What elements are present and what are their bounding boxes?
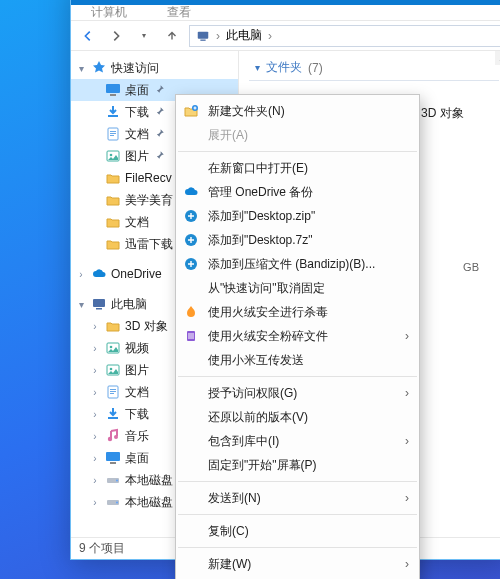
status-item-count: 9 个项目	[79, 540, 125, 557]
context-menu-separator	[178, 481, 417, 482]
scrollbar-vertical[interactable]: ▲	[495, 51, 500, 537]
ribbon-tab-view[interactable]: 查看	[155, 4, 203, 21]
chevron-right-icon: ›	[89, 365, 101, 376]
group-underline	[249, 80, 499, 81]
nav-section-quick-access[interactable]: ▾快速访问	[71, 57, 238, 79]
breadcrumb[interactable]: › 此电脑 ›	[189, 25, 500, 47]
context-menu-item[interactable]: 授予访问权限(G)›	[176, 381, 419, 405]
doc-icon	[105, 384, 121, 400]
drive-icon	[105, 494, 121, 510]
context-menu-label: 添加到压缩文件 (Bandizip)(B)...	[208, 256, 409, 273]
nav-up-button[interactable]	[161, 25, 183, 47]
nav-item-label: 下载	[125, 104, 149, 121]
address-bar: ▾ › 此电脑 ›	[71, 21, 500, 51]
pin-icon	[153, 127, 165, 141]
group-header-folders[interactable]: ▾ 文件夹 (7)	[249, 59, 499, 76]
pic-icon	[105, 340, 121, 356]
chevron-down-icon: ▾	[75, 299, 87, 310]
nav-label: OneDrive	[111, 267, 162, 281]
context-menu-item[interactable]: 添加到"Desktop.zip"	[176, 204, 419, 228]
nav-item-label: 图片	[125, 148, 149, 165]
chevron-right-icon: ›	[89, 475, 101, 486]
chevron-right-icon: ›	[89, 497, 101, 508]
nav-item-label: 文档	[125, 126, 149, 143]
nav-history-dropdown[interactable]: ▾	[133, 25, 155, 47]
context-menu-label: 复制(C)	[208, 523, 409, 540]
blank-icon	[182, 351, 200, 369]
arrow-left-icon	[81, 29, 95, 43]
context-menu-item[interactable]: 从"快速访问"取消固定	[176, 276, 419, 300]
chevron-right-icon: ›	[268, 29, 272, 43]
svg-rect-24	[106, 452, 120, 461]
onedrive-icon	[182, 183, 200, 201]
context-menu-item[interactable]: 使用小米互传发送	[176, 348, 419, 372]
svg-point-23	[114, 435, 118, 439]
blank-icon	[182, 408, 200, 426]
nav-item-label: 图片	[125, 362, 149, 379]
music-icon	[105, 428, 121, 444]
svg-rect-11	[93, 299, 105, 307]
svg-rect-4	[108, 115, 118, 117]
context-menu-separator	[178, 547, 417, 548]
chevron-right-icon: ›	[75, 269, 87, 280]
chevron-right-icon: ›	[89, 321, 101, 332]
folder-icon	[105, 192, 121, 208]
svg-rect-18	[110, 389, 116, 390]
chevron-right-icon: ›	[89, 431, 101, 442]
nav-item-label: 视频	[125, 340, 149, 357]
this-pc-icon	[196, 29, 210, 43]
context-menu-item[interactable]: 固定到"开始"屏幕(P)	[176, 453, 419, 477]
nav-item-label: FileRecv	[125, 171, 172, 185]
nav-item-label: 迅雷下载	[125, 236, 173, 253]
download-icon	[105, 406, 121, 422]
scroll-up-button[interactable]: ▲	[495, 51, 500, 65]
blank-icon	[182, 522, 200, 540]
drive-free-space: GB	[463, 261, 479, 273]
chevron-right-icon: ›	[89, 453, 101, 464]
chevron-right-icon: ›	[405, 434, 409, 448]
context-menu-item[interactable]: 复制(C)	[176, 519, 419, 543]
nav-item-label: 下载	[125, 406, 149, 423]
context-menu-item[interactable]: 还原以前的版本(V)	[176, 405, 419, 429]
this-pc-icon	[91, 296, 107, 312]
context-menu-item[interactable]: 使用火绒安全进行杀毒	[176, 300, 419, 324]
context-menu-item[interactable]: 在新窗口中打开(E)	[176, 156, 419, 180]
pin-icon	[153, 83, 165, 97]
context-menu-label: 使用火绒安全进行杀毒	[208, 304, 409, 321]
context-menu-label: 添加到"Desktop.7z"	[208, 232, 409, 249]
context-menu-item[interactable]: 添加到压缩文件 (Bandizip)(B)...	[176, 252, 419, 276]
context-menu-separator	[178, 514, 417, 515]
nav-item-label: 桌面	[125, 82, 149, 99]
chevron-right-icon: ›	[216, 29, 220, 43]
context-menu-item[interactable]: 新建(W)›	[176, 552, 419, 576]
download-icon	[105, 104, 121, 120]
context-menu-item[interactable]: 包含到库中(I)›	[176, 429, 419, 453]
blank-icon	[182, 456, 200, 474]
nav-back-button[interactable]	[77, 25, 99, 47]
context-menu-item[interactable]: 添加到"Desktop.7z"	[176, 228, 419, 252]
chevron-right-icon: ›	[405, 329, 409, 343]
nav-item-label: 文档	[125, 384, 149, 401]
desktop-icon	[105, 82, 121, 98]
svg-point-10	[110, 154, 113, 157]
context-menu-item[interactable]: 管理 OneDrive 备份	[176, 180, 419, 204]
bandizip-icon	[182, 255, 200, 273]
nav-forward-button[interactable]	[105, 25, 127, 47]
onedrive-icon	[91, 266, 107, 282]
nav-item-label: 音乐	[125, 428, 149, 445]
svg-rect-7	[110, 133, 116, 134]
context-menu-item[interactable]: 新建文件夹(N)	[176, 99, 419, 123]
breadcrumb-segment[interactable]: 此电脑	[226, 27, 262, 44]
context-menu-item[interactable]: 使用火绒安全粉碎文件›	[176, 324, 419, 348]
context-menu-label: 新建(W)	[208, 556, 397, 573]
desktop-icon	[105, 450, 121, 466]
context-menu-label: 新建文件夹(N)	[208, 103, 409, 120]
chevron-right-icon: ›	[89, 387, 101, 398]
context-menu-item[interactable]: 发送到(N)›	[176, 486, 419, 510]
chevron-right-icon: ›	[89, 343, 101, 354]
chevron-right-icon: ›	[89, 409, 101, 420]
ribbon-tab-computer[interactable]: 计算机	[79, 4, 139, 21]
chevron-down-icon: ▾	[255, 62, 260, 73]
svg-point-29	[116, 502, 118, 504]
svg-point-27	[116, 480, 118, 482]
